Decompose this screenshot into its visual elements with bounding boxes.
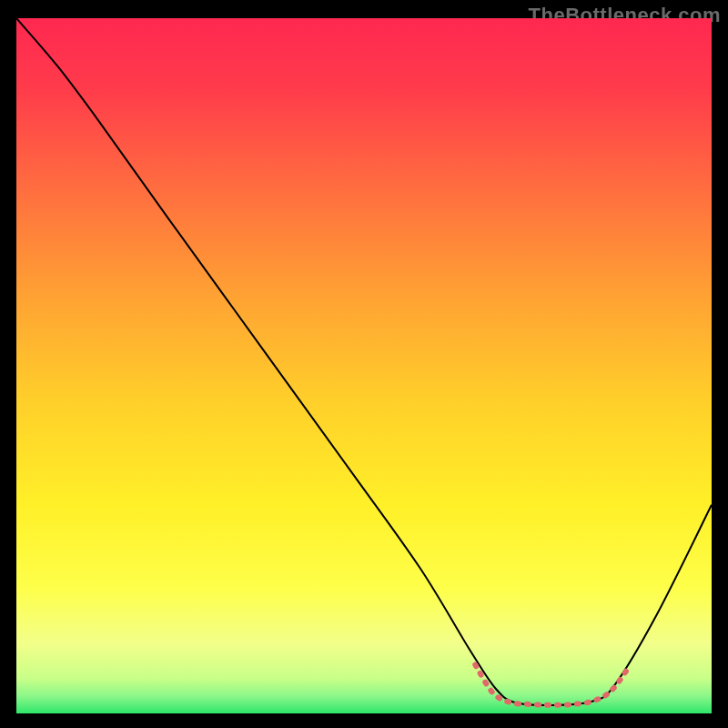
gradient-background	[16, 18, 712, 713]
chart-svg	[16, 18, 712, 713]
chart-area	[16, 18, 712, 713]
